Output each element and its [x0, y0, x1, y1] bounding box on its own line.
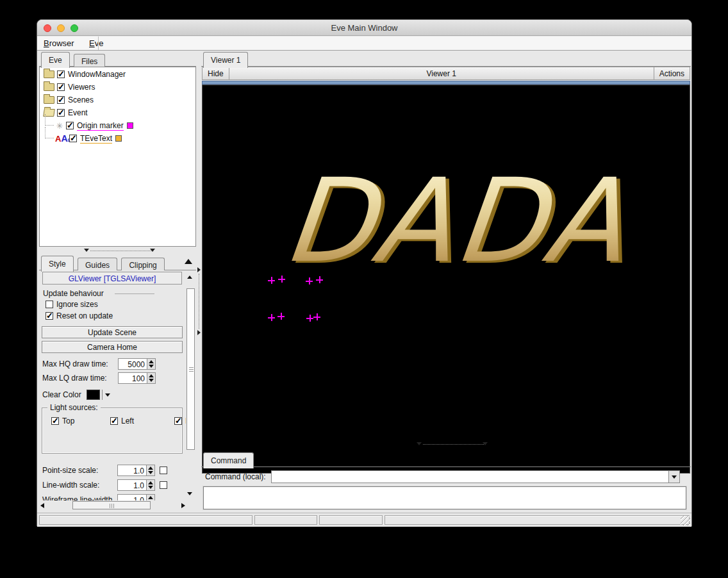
spin-down-icon[interactable] [149, 379, 154, 382]
point-size-label: Point-size scale: [42, 466, 117, 475]
tab-command[interactable]: Command [203, 452, 254, 468]
ignore-sizes-row[interactable]: Ignore sizes [46, 300, 98, 309]
light-left[interactable]: Left [110, 415, 174, 427]
spin-up-icon[interactable] [149, 374, 154, 377]
update-scene-button[interactable]: Update Scene [42, 326, 183, 338]
tree-style-splitter[interactable] [39, 247, 196, 254]
tree-item-label[interactable]: Origin marker [77, 121, 124, 131]
clear-color-dropdown[interactable] [102, 390, 110, 400]
max-lq-spinner[interactable]: 100 [118, 372, 156, 384]
reset-on-update-checkbox[interactable] [46, 312, 53, 320]
scroll-up-icon[interactable] [185, 259, 192, 264]
point-size-checkbox[interactable] [160, 467, 167, 474]
scroll-right-icon[interactable] [181, 503, 185, 508]
visibility-checkbox[interactable] [57, 96, 65, 104]
tree-item-label[interactable]: WindowManager [68, 70, 126, 79]
folder-icon [44, 83, 54, 91]
tab-style[interactable]: Style [41, 256, 74, 272]
tree-item-label[interactable]: Scenes [68, 95, 94, 104]
tree-row[interactable]: WindowManager [40, 69, 195, 80]
scroll-left-icon[interactable] [40, 503, 44, 508]
visibility-checkbox[interactable] [57, 109, 65, 117]
light-top-checkbox[interactable] [51, 417, 59, 425]
light-front-checkbox[interactable] [174, 417, 182, 425]
max-hq-label: Max HQ draw time: [42, 359, 118, 368]
line-width-label: Line-width scale: [42, 481, 117, 490]
command-combobox[interactable] [271, 470, 680, 483]
tree-connector [45, 114, 54, 126]
gl-viewport[interactable]: DADA DADA [202, 85, 690, 474]
folder-icon [44, 96, 54, 104]
point-size-spinner[interactable]: 1.0 [117, 465, 155, 476]
line-width-spinner[interactable]: 1.0 [117, 479, 155, 491]
actions-button[interactable]: Actions [654, 67, 690, 79]
panel-splitter[interactable] [196, 51, 201, 511]
point-size-row: Point-size scale: 1.0 [42, 465, 170, 476]
ignore-sizes-checkbox[interactable] [46, 301, 53, 308]
visibility-checkbox[interactable] [66, 122, 74, 129]
clear-color-swatch[interactable] [87, 390, 100, 400]
max-hq-value[interactable]: 5000 [119, 359, 147, 369]
tree-row[interactable]: Scenes [40, 94, 195, 106]
scrollbar-thumb[interactable] [186, 288, 195, 450]
wireframe-row: Wireframe line-width 1.0 [42, 494, 155, 500]
scroll-down-icon[interactable] [187, 492, 192, 495]
menu-bar: Browser Eve [37, 37, 691, 51]
light-front[interactable]: Front [174, 415, 186, 427]
max-lq-value[interactable]: 100 [119, 373, 147, 383]
tab-viewer-1[interactable]: Viewer 1 [203, 52, 248, 68]
max-lq-row: Max LQ draw time: 100 [42, 372, 156, 384]
resize-grip[interactable] [681, 516, 690, 525]
tree-item-label[interactable]: TEveText [80, 134, 112, 144]
viewport-text: DADA [279, 163, 633, 279]
tree-row[interactable]: Viewers [40, 81, 195, 93]
tree-row[interactable]: ✳ Origin marker [40, 120, 195, 131]
line-width-row: Line-width scale: 1.0 [42, 479, 170, 491]
hide-button[interactable]: Hide [203, 67, 229, 79]
wireframe-spinner[interactable]: 1.0 [117, 494, 155, 500]
color-chip[interactable] [127, 122, 133, 129]
combo-dropdown-button[interactable] [668, 471, 679, 483]
tab-eve[interactable]: Eve [41, 52, 70, 68]
viewer-panel: Viewer 1 Hide Viewer 1 Actions DADA DADA… [201, 51, 691, 511]
status-segment [254, 515, 317, 525]
style-vertical-scrollbar[interactable] [186, 270, 196, 500]
reset-on-update-row[interactable]: Reset on update [46, 311, 113, 320]
line-width-checkbox[interactable] [160, 481, 167, 489]
camera-home-button[interactable]: Camera Home [42, 341, 183, 353]
spin-up-icon[interactable] [149, 360, 154, 363]
command-panel: Command (local): [201, 467, 691, 511]
spin-down-icon[interactable] [149, 365, 154, 368]
tree-item-label[interactable]: Viewers [68, 83, 95, 92]
browser-tab-bar: Eve Files [39, 51, 196, 67]
tab-files[interactable]: Files [74, 54, 105, 68]
max-lq-label: Max LQ draw time: [42, 374, 118, 383]
status-bar [37, 513, 691, 527]
menu-eve[interactable]: Eve [83, 37, 110, 48]
light-sources-group: Light sources: Top Left Front Bottom Rig… [42, 408, 183, 454]
glviewer-header-button[interactable]: GLViewer [TGLSAViewer] [42, 272, 182, 285]
tree-row[interactable]: Event [40, 107, 195, 119]
tree-row[interactable]: AAΩ TEveText [40, 133, 195, 144]
visibility-checkbox[interactable] [57, 70, 65, 78]
tree-item-label[interactable]: Event [68, 108, 88, 117]
light-left-checkbox[interactable] [110, 417, 118, 425]
eve-main-window: Eve Main Window Browser Eve Eve Files Wi… [37, 19, 692, 527]
cross-marker [306, 277, 313, 285]
scrollbar-thumb[interactable] [72, 501, 151, 509]
scroll-up-icon[interactable] [187, 276, 192, 279]
visibility-checkbox[interactable] [69, 135, 77, 142]
max-hq-spinner[interactable]: 5000 [118, 358, 156, 370]
title-bar: Eve Main Window [37, 20, 691, 36]
light-top[interactable]: Top [51, 415, 110, 427]
cross-marker [313, 313, 320, 320]
menu-browser[interactable]: Browser [37, 37, 81, 48]
style-horizontal-scrollbar[interactable] [40, 500, 185, 511]
visibility-checkbox[interactable] [57, 83, 65, 91]
command-output[interactable] [203, 486, 686, 509]
tab-guides[interactable]: Guides [78, 258, 117, 272]
command-input[interactable] [272, 471, 668, 483]
tab-clipping[interactable]: Clipping [121, 258, 164, 272]
color-chip[interactable] [115, 135, 122, 142]
viewer-command-splitter[interactable] [201, 440, 691, 448]
